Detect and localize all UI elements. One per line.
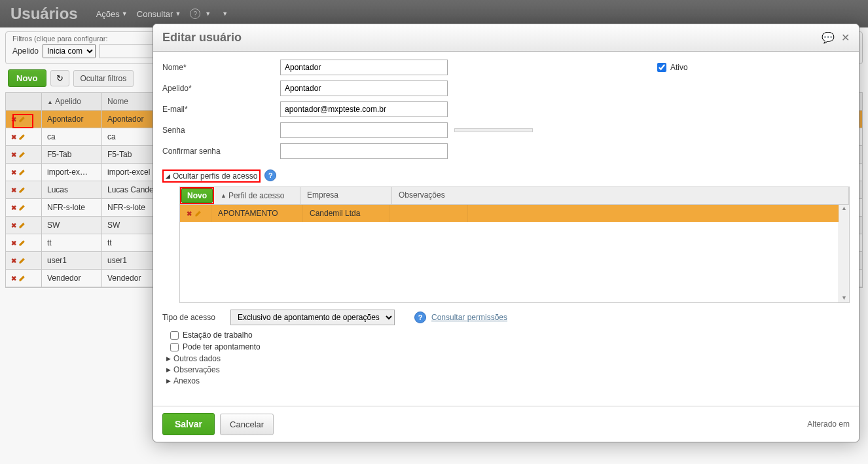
input-nome[interactable]	[280, 60, 448, 75]
modal-title: Editar usuário	[162, 31, 815, 45]
perfis-grid: Novo ▲Perfil de acesso Empresa Observaçõ…	[179, 187, 850, 303]
label-ativo: Ativo	[670, 63, 688, 72]
checkbox-estacao[interactable]	[170, 331, 179, 340]
expand-icon: ▶	[166, 378, 171, 384]
input-email[interactable]	[280, 101, 448, 117]
label-tipo-acesso: Tipo de acesso	[162, 313, 230, 322]
help-icon[interactable]: ?	[264, 170, 276, 181]
col-perfil[interactable]: ▲Perfil de acesso	[214, 187, 300, 204]
label-senha: Senha	[162, 126, 280, 135]
label-pode-apont: Pode ter apontamento	[183, 342, 261, 351]
checkbox-pode-apont[interactable]	[170, 343, 179, 351]
chat-icon[interactable]: 💬	[822, 31, 835, 44]
scrollbar[interactable]: ▲ ▼	[839, 205, 849, 302]
expand-icon: ▶	[166, 355, 171, 362]
expand-icon: ▶	[166, 366, 171, 373]
cell-empresa: Candemil Ltda	[303, 205, 389, 222]
delete-icon[interactable]: ✖	[187, 210, 192, 217]
link-consultar-permissoes[interactable]: Consultar permissões	[431, 313, 507, 322]
label-confirmar: Confirmar senha	[162, 147, 280, 156]
cell-perfil: APONTAMENTO	[211, 205, 303, 222]
highlight-novo-perfil: Novo	[180, 187, 214, 204]
modal-body: Nome* Ativo Apelido* E-mail* Senha Confi…	[153, 52, 859, 406]
expander-anexos[interactable]: ▶Anexos	[166, 376, 850, 385]
close-icon[interactable]: ✕	[841, 31, 850, 44]
alterado-em: Alterado em	[807, 419, 850, 429]
novo-perfil-button[interactable]: Novo	[181, 188, 213, 203]
input-apelido[interactable]	[280, 80, 448, 96]
salvar-button[interactable]: Salvar	[162, 413, 215, 435]
input-senha[interactable]	[280, 122, 448, 138]
expander-obs[interactable]: ▶Observações	[166, 365, 850, 374]
cancelar-button[interactable]: Cancelar	[220, 414, 274, 435]
collapse-icon: ◢	[166, 173, 170, 179]
col-empresa[interactable]: Empresa	[300, 187, 392, 204]
highlight-edit-icon	[12, 114, 33, 128]
col-obs[interactable]: Observações	[392, 187, 849, 204]
sort-asc-icon: ▲	[221, 192, 226, 199]
perfis-grid-header: Novo ▲Perfil de acesso Empresa Observaçõ…	[179, 187, 850, 205]
label-estacao: Estação de trabalho	[183, 330, 253, 340]
checkbox-ativo[interactable]	[657, 63, 666, 72]
label-email: E-mail*	[162, 105, 280, 114]
password-strength-meter	[454, 128, 533, 132]
scroll-down-icon: ▼	[839, 294, 849, 301]
label-nome: Nome*	[162, 63, 280, 72]
edit-user-modal: Editar usuário 💬 ✕ Nome* Ativo Apelido* …	[153, 24, 859, 442]
label-apelido: Apelido*	[162, 84, 280, 93]
select-tipo-acesso[interactable]: Exclusivo de apontamento de operações	[230, 310, 395, 325]
cell-obs	[389, 205, 468, 222]
help-icon[interactable]: ?	[414, 312, 426, 323]
scroll-up-icon: ▲	[839, 205, 849, 211]
perfis-grid-body: ✖ APONTAMENTO Candemil Ltda ▲ ▼	[179, 205, 850, 303]
perfil-row[interactable]: ✖ APONTAMENTO Candemil Ltda	[180, 205, 849, 222]
toggle-perfis-acesso[interactable]: ◢ Ocultar perfis de acesso	[162, 170, 261, 183]
modal-footer: Salvar Cancelar Alterado em	[153, 406, 859, 442]
edit-icon[interactable]	[194, 209, 202, 217]
input-confirmar[interactable]	[280, 143, 448, 159]
modal-header: Editar usuário 💬 ✕	[153, 24, 859, 52]
expander-outros[interactable]: ▶Outros dados	[166, 354, 850, 363]
